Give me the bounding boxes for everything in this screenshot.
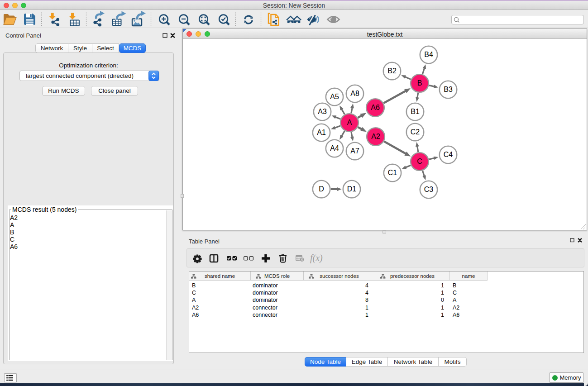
svg-text:A8: A8 — [350, 90, 359, 97]
svg-text:B: B — [417, 79, 422, 87]
svg-text:A1: A1 — [317, 129, 326, 136]
svg-text:A3: A3 — [318, 108, 327, 115]
svg-text:C4: C4 — [444, 151, 453, 158]
svg-text:D1: D1 — [347, 185, 357, 193]
svg-text:B2: B2 — [387, 67, 397, 75]
svg-text:C2: C2 — [411, 128, 420, 136]
svg-text:A5: A5 — [330, 93, 339, 100]
svg-text:f(x): f(x) — [310, 253, 323, 263]
svg-text:C3: C3 — [424, 186, 434, 193]
svg-text:B3: B3 — [444, 86, 453, 93]
svg-text:A: A — [347, 119, 352, 126]
svg-text:B4: B4 — [424, 51, 433, 58]
svg-text:B1: B1 — [411, 108, 420, 115]
svg-text:A2: A2 — [371, 133, 380, 140]
svg-text:A7: A7 — [350, 147, 359, 155]
svg-text:C1: C1 — [388, 169, 397, 176]
svg-text:D: D — [319, 185, 324, 193]
svg-text:A6: A6 — [371, 104, 380, 111]
svg-text:C: C — [417, 157, 422, 165]
svg-text:A4: A4 — [330, 144, 339, 152]
